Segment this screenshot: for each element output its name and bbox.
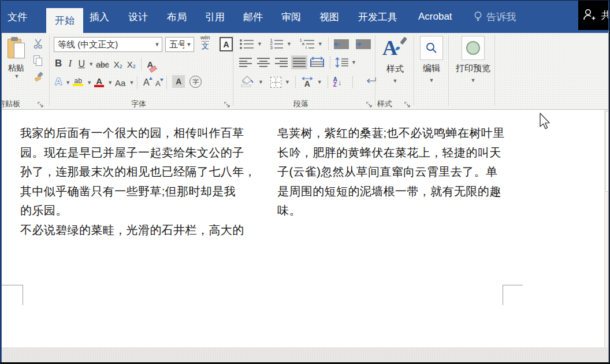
- print-preview-dropdown-arrow[interactable]: ▼: [471, 77, 476, 83]
- button-separator: [330, 56, 330, 69]
- styles-dropdown-arrow[interactable]: ▼: [393, 78, 398, 84]
- tab-view[interactable]: 视图: [319, 1, 339, 33]
- paste-button[interactable]: 粘贴 ▼: [3, 36, 29, 97]
- tab-review[interactable]: 审阅: [281, 1, 301, 33]
- bullet-list-button[interactable]: [240, 39, 254, 49]
- numbered-list-dropdown-arrow[interactable]: ▼: [287, 41, 292, 47]
- line-spacing-dropdown-arrow[interactable]: ▼: [351, 60, 356, 65]
- tab-insert[interactable]: 插入: [90, 1, 109, 33]
- asian-layout-dropdown-arrow[interactable]: ▼: [317, 79, 322, 85]
- multilevel-list-dropdown-arrow[interactable]: ▼: [318, 41, 323, 47]
- line-spacing-button[interactable]: [335, 57, 348, 68]
- bullet-list-dropdown-arrow[interactable]: ▼: [257, 41, 262, 47]
- show-marks-button[interactable]: [364, 76, 378, 88]
- styles-button[interactable]: A 样式 ▼: [378, 35, 412, 84]
- asian-layout-button[interactable]: A: [301, 77, 314, 87]
- styles-group-label: 样式: [377, 99, 392, 109]
- font-size-dropdown-arrow[interactable]: ▼: [184, 42, 194, 47]
- align-right-button[interactable]: [273, 55, 289, 69]
- superscript-button[interactable]: X2: [125, 57, 138, 72]
- editing-button[interactable]: 编辑 ▼: [416, 36, 447, 83]
- text-effects-dropdown-arrow[interactable]: ▼: [65, 80, 70, 86]
- decrease-indent-icon: [334, 42, 340, 46]
- font-size-combo[interactable]: 五号 ▼: [165, 37, 194, 52]
- character-shading-button[interactable]: A: [170, 75, 187, 90]
- paragraph-dialog-launcher[interactable]: [366, 100, 373, 106]
- format-painter-icon: [32, 71, 44, 84]
- align-center-button[interactable]: [255, 55, 271, 69]
- text-column-left[interactable]: 我家的后面有一个很大的园，相传叫作百草 园。现在是早已并屋子一起卖给朱文公的子 …: [20, 124, 256, 240]
- tab-references[interactable]: 引用: [205, 1, 225, 33]
- text-effects-button[interactable]: A: [53, 75, 64, 90]
- magnifier-icon: [425, 42, 438, 54]
- borders-button[interactable]: [270, 77, 281, 88]
- tab-layout[interactable]: 布局: [167, 1, 187, 33]
- tab-home[interactable]: 开始: [46, 8, 83, 33]
- borders-dropdown-arrow[interactable]: ▼: [285, 79, 290, 85]
- text-column-right[interactable]: 皂荚树，紫红的桑葚;也不必说鸣蝉在树叶里 长吟，肥胖的黄蜂伏在菜花上，轻捷的叫天…: [277, 124, 505, 221]
- numbered-list-button[interactable]: 1 2 3: [269, 39, 283, 49]
- return-mark-icon: [364, 76, 378, 86]
- underline-button[interactable]: U: [76, 57, 87, 72]
- clipboard-dialog-launcher[interactable]: [38, 100, 44, 106]
- align-left-button[interactable]: [237, 55, 254, 69]
- paste-dropdown-arrow[interactable]: ▼: [14, 73, 20, 79]
- tab-file[interactable]: 文件: [8, 1, 27, 33]
- tab-developer[interactable]: 开发工具: [358, 1, 397, 33]
- subscript-button[interactable]: X2: [111, 57, 125, 72]
- clear-formatting-button[interactable]: A: [144, 57, 156, 72]
- font-color-dropdown-arrow[interactable]: ▼: [107, 80, 113, 86]
- button-separator: [328, 76, 328, 88]
- styles-dialog-launcher[interactable]: [404, 100, 411, 106]
- change-case-button[interactable]: Aa: [113, 75, 128, 90]
- highlight-dropdown-arrow[interactable]: ▼: [87, 80, 92, 86]
- justify-button[interactable]: [291, 55, 307, 69]
- print-preview-button[interactable]: 打印预览 ▼: [451, 36, 495, 83]
- document-page[interactable]: 我家的后面有一个很大的园，相传叫作百草 园。现在是早已并屋子一起卖给朱文公的子 …: [2, 110, 609, 347]
- page-corner-mark-right: [503, 285, 523, 305]
- enclose-characters-button[interactable]: 字: [187, 75, 204, 90]
- group-separator: [49, 35, 50, 106]
- copy-icon: [34, 55, 43, 66]
- italic-button[interactable]: I: [64, 57, 76, 72]
- format-painter-button[interactable]: [31, 70, 46, 85]
- cut-button[interactable]: [31, 36, 46, 51]
- phonetic-guide-button[interactable]: wén 文: [200, 35, 210, 50]
- paint-bucket-icon: [240, 75, 255, 87]
- distribute-button[interactable]: [309, 55, 325, 69]
- font-color-button[interactable]: A: [92, 75, 106, 90]
- editing-dropdown-arrow[interactable]: ▼: [429, 77, 434, 83]
- button-separator: [166, 76, 167, 89]
- shading-button[interactable]: [240, 75, 255, 90]
- font-dialog-launcher[interactable]: [224, 100, 230, 106]
- button-separator: [328, 38, 329, 50]
- font-name-combo[interactable]: 等线 (中文正文) ▼: [54, 37, 162, 52]
- sort-az-icon: A Z: [333, 77, 337, 87]
- highlight-color-button[interactable]: ab: [70, 75, 85, 90]
- align-right-icon: [275, 58, 288, 67]
- grow-font-button[interactable]: A: [140, 75, 152, 90]
- tell-me[interactable]: 告诉我: [474, 1, 516, 33]
- phonetic-char: 文: [202, 41, 209, 50]
- character-border-button[interactable]: A: [220, 37, 233, 51]
- shrink-font-button[interactable]: A: [152, 75, 163, 90]
- multilevel-list-button[interactable]: 1 a i: [299, 39, 314, 49]
- decrease-indent-button[interactable]: [334, 39, 349, 49]
- numbered-list-icon: 1 2 3: [269, 39, 283, 49]
- change-case-dropdown-arrow[interactable]: ▼: [129, 80, 134, 86]
- shading-dropdown-arrow[interactable]: ▼: [258, 79, 263, 85]
- document-line: 不必说碧绿的菜畦，光滑的石井栏，高大的: [20, 221, 256, 240]
- bold-button[interactable]: B: [53, 57, 64, 72]
- font-name-value: 等线 (中文正文): [54, 39, 152, 50]
- underline-dropdown-arrow[interactable]: ▼: [88, 61, 94, 67]
- button-separator: [295, 76, 296, 88]
- increase-indent-button[interactable]: [356, 39, 371, 49]
- strikethrough-button[interactable]: abc: [94, 57, 111, 72]
- tab-acrobat[interactable]: Acrobat: [418, 1, 452, 33]
- sort-button[interactable]: A Z ↓: [333, 77, 342, 87]
- copy-button[interactable]: [31, 53, 46, 68]
- share-button[interactable]: 共享: [578, 0, 608, 30]
- tab-mailings[interactable]: 邮件: [243, 1, 263, 33]
- tab-design[interactable]: 设计: [128, 1, 148, 33]
- font-name-dropdown-arrow[interactable]: ▼: [152, 42, 162, 47]
